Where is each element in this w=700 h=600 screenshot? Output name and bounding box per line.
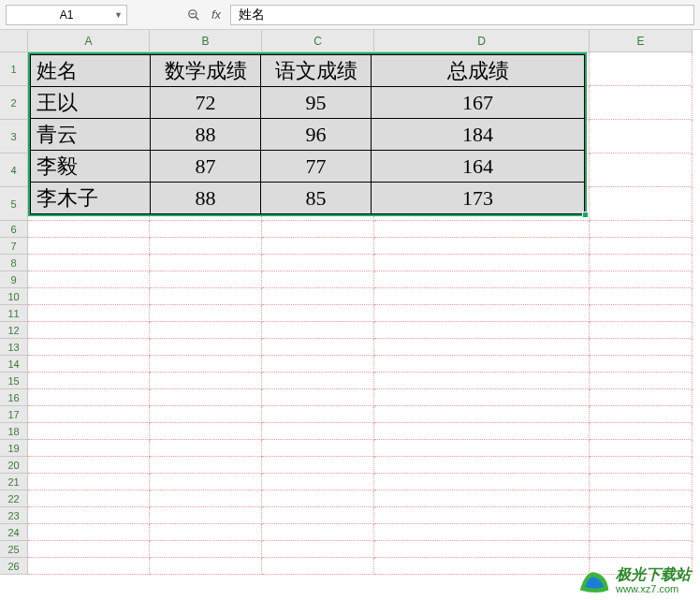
cell[interactable] [150, 238, 262, 255]
cell-name[interactable]: 李木子 [31, 183, 151, 214]
fx-icon[interactable]: fx [208, 7, 225, 23]
cell[interactable] [150, 373, 262, 389]
cell[interactable] [262, 322, 374, 339]
cell[interactable] [590, 322, 693, 339]
row-header[interactable]: 19 [0, 440, 28, 457]
selection-range[interactable]: 姓名 数学成绩 语文成绩 总成绩 王以7295167青云8896184李毅877… [28, 52, 587, 216]
cell[interactable] [28, 457, 150, 474]
cell[interactable] [262, 423, 374, 440]
cell[interactable] [374, 389, 590, 406]
row-header[interactable]: 22 [0, 490, 28, 507]
row-header[interactable]: 4 [0, 154, 28, 187]
cell-name[interactable]: 青云 [31, 119, 151, 151]
row-header[interactable]: 5 [0, 187, 28, 221]
cell[interactable] [28, 507, 150, 524]
row-header[interactable]: 21 [0, 474, 28, 490]
cell[interactable] [590, 288, 693, 305]
row-header[interactable]: 11 [0, 305, 28, 322]
cell[interactable] [150, 440, 262, 457]
cell[interactable] [262, 339, 374, 356]
cell[interactable] [590, 187, 693, 221]
cell[interactable] [262, 406, 374, 423]
name-box[interactable]: A1 ▼ [6, 5, 127, 25]
cell-chinese[interactable]: 77 [261, 151, 372, 183]
select-all-corner[interactable] [0, 30, 28, 52]
cell[interactable] [590, 524, 693, 541]
cell[interactable] [150, 507, 262, 524]
cell[interactable] [374, 474, 590, 490]
cell[interactable] [590, 120, 693, 154]
cell[interactable] [374, 255, 590, 271]
cell[interactable] [28, 474, 150, 490]
cell[interactable] [374, 288, 590, 305]
column-header-b[interactable]: B [150, 30, 262, 52]
cell[interactable] [590, 389, 693, 406]
cell[interactable] [150, 339, 262, 356]
cell[interactable] [28, 406, 150, 423]
cell[interactable] [262, 255, 374, 271]
cell[interactable] [262, 356, 374, 373]
row-header[interactable]: 15 [0, 373, 28, 389]
cell[interactable] [590, 221, 693, 238]
cell[interactable] [374, 406, 590, 423]
cell-chinese[interactable]: 85 [261, 183, 372, 214]
cell-chinese[interactable]: 95 [261, 87, 372, 119]
cell[interactable] [262, 440, 374, 457]
cell[interactable] [28, 238, 150, 255]
row-header[interactable]: 17 [0, 406, 28, 423]
cell-total[interactable]: 173 [372, 183, 585, 214]
cell[interactable] [374, 558, 590, 575]
cell[interactable] [374, 322, 590, 339]
cell[interactable] [28, 305, 150, 322]
cell[interactable] [590, 541, 693, 558]
cell[interactable] [262, 490, 374, 507]
cell[interactable] [374, 541, 590, 558]
row-header[interactable]: 24 [0, 524, 28, 541]
cell[interactable] [28, 288, 150, 305]
cell[interactable] [262, 507, 374, 524]
cell[interactable] [374, 524, 590, 541]
cell[interactable] [374, 305, 590, 322]
cell[interactable] [150, 423, 262, 440]
cell[interactable] [262, 373, 374, 389]
cell[interactable] [262, 524, 374, 541]
cell[interactable] [28, 541, 150, 558]
cell[interactable] [262, 389, 374, 406]
cell[interactable] [28, 322, 150, 339]
cell[interactable] [374, 507, 590, 524]
row-header[interactable]: 7 [0, 238, 28, 255]
cell[interactable] [262, 457, 374, 474]
row-header[interactable]: 10 [0, 288, 28, 305]
cell[interactable] [28, 221, 150, 238]
row-header[interactable]: 2 [0, 86, 28, 120]
row-header[interactable]: 3 [0, 120, 28, 154]
cell[interactable] [28, 423, 150, 440]
cell[interactable] [28, 255, 150, 271]
column-header-a[interactable]: A [28, 30, 150, 52]
cell[interactable] [150, 389, 262, 406]
cell[interactable] [28, 524, 150, 541]
column-header-c[interactable]: C [262, 30, 374, 52]
cell[interactable] [590, 339, 693, 356]
cell[interactable] [262, 288, 374, 305]
row-header[interactable]: 20 [0, 457, 28, 474]
cell[interactable] [374, 490, 590, 507]
cell[interactable] [28, 558, 150, 575]
cell[interactable] [590, 373, 693, 389]
cell[interactable] [374, 271, 590, 288]
formula-input[interactable]: 姓名 [230, 5, 694, 25]
cell-math[interactable]: 88 [151, 119, 261, 151]
cell[interactable] [150, 305, 262, 322]
cell[interactable] [374, 373, 590, 389]
cell[interactable] [150, 255, 262, 271]
cell[interactable] [28, 271, 150, 288]
cell[interactable] [262, 541, 374, 558]
row-header[interactable]: 9 [0, 271, 28, 288]
cell[interactable] [374, 457, 590, 474]
cell[interactable] [28, 490, 150, 507]
cell[interactable] [150, 221, 262, 238]
cell[interactable] [262, 474, 374, 490]
cell[interactable] [28, 339, 150, 356]
cell-math[interactable]: 72 [151, 87, 261, 119]
cell[interactable] [150, 490, 262, 507]
